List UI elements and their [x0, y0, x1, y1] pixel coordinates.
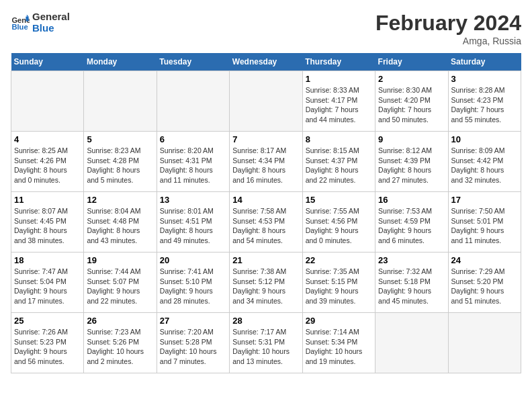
calendar-day-cell: 9Sunrise: 8:12 AM Sunset: 4:39 PM Daylig… [375, 132, 448, 192]
calendar-day-cell [157, 71, 229, 132]
day-number: 27 [160, 316, 226, 326]
weekday-header: Monday [84, 53, 157, 71]
logo: General Blue General Blue [11, 11, 70, 34]
day-number: 7 [232, 134, 299, 144]
calendar-day-cell: 22Sunrise: 7:35 AM Sunset: 5:15 PM Dayli… [302, 253, 375, 313]
day-number: 23 [378, 255, 445, 265]
day-number: 25 [14, 316, 81, 326]
day-info: Sunrise: 8:33 AM Sunset: 4:17 PM Dayligh… [306, 85, 372, 125]
day-number: 15 [306, 195, 372, 205]
day-number: 22 [306, 255, 372, 265]
day-number: 8 [306, 134, 372, 144]
day-number: 13 [160, 195, 226, 205]
weekday-header: Wednesday [230, 53, 302, 71]
day-info: Sunrise: 8:15 AM Sunset: 4:37 PM Dayligh… [306, 146, 372, 185]
day-info: Sunrise: 8:09 AM Sunset: 4:42 PM Dayligh… [451, 146, 518, 185]
day-info: Sunrise: 8:12 AM Sunset: 4:39 PM Dayligh… [378, 146, 445, 185]
calendar-week-row: 25Sunrise: 7:26 AM Sunset: 5:23 PM Dayli… [11, 313, 521, 373]
day-number: 19 [87, 255, 153, 265]
calendar-day-cell: 8Sunrise: 8:15 AM Sunset: 4:37 PM Daylig… [302, 132, 375, 192]
calendar-day-cell: 21Sunrise: 7:38 AM Sunset: 5:12 PM Dayli… [230, 253, 302, 313]
calendar-day-cell: 17Sunrise: 7:50 AM Sunset: 5:01 PM Dayli… [448, 192, 521, 253]
day-number: 29 [306, 316, 372, 326]
calendar-day-cell: 11Sunrise: 8:07 AM Sunset: 4:45 PM Dayli… [11, 192, 84, 253]
day-info: Sunrise: 7:44 AM Sunset: 5:07 PM Dayligh… [87, 267, 153, 306]
logo-icon: General Blue [11, 13, 30, 32]
weekday-header: Thursday [302, 53, 375, 71]
calendar-day-cell: 16Sunrise: 7:53 AM Sunset: 4:59 PM Dayli… [375, 192, 448, 253]
page-header: General Blue General Blue February 2024 … [11, 11, 521, 46]
day-info: Sunrise: 7:53 AM Sunset: 4:59 PM Dayligh… [378, 206, 445, 246]
day-number: 5 [87, 134, 153, 144]
day-number: 28 [232, 316, 299, 326]
calendar-day-cell: 1Sunrise: 8:33 AM Sunset: 4:17 PM Daylig… [302, 71, 375, 132]
calendar-day-cell: 2Sunrise: 8:30 AM Sunset: 4:20 PM Daylig… [375, 71, 448, 132]
day-info: Sunrise: 7:38 AM Sunset: 5:12 PM Dayligh… [232, 267, 299, 306]
day-number: 6 [160, 134, 226, 144]
day-info: Sunrise: 8:17 AM Sunset: 4:34 PM Dayligh… [232, 146, 299, 185]
calendar-day-cell: 29Sunrise: 7:14 AM Sunset: 5:34 PM Dayli… [302, 313, 375, 373]
logo-general: General [32, 11, 70, 22]
day-number: 18 [14, 255, 81, 265]
calendar-week-row: 4Sunrise: 8:25 AM Sunset: 4:26 PM Daylig… [11, 132, 521, 192]
calendar-day-cell: 10Sunrise: 8:09 AM Sunset: 4:42 PM Dayli… [448, 132, 521, 192]
day-info: Sunrise: 8:25 AM Sunset: 4:26 PM Dayligh… [14, 146, 81, 185]
weekday-header: Tuesday [157, 53, 229, 71]
weekday-header: Sunday [11, 53, 84, 71]
day-info: Sunrise: 7:14 AM Sunset: 5:34 PM Dayligh… [306, 327, 372, 367]
day-number: 24 [451, 255, 518, 265]
day-info: Sunrise: 7:29 AM Sunset: 5:20 PM Dayligh… [451, 267, 518, 306]
calendar-week-row: 18Sunrise: 7:47 AM Sunset: 5:04 PM Dayli… [11, 253, 521, 313]
day-number: 2 [378, 74, 445, 84]
calendar-day-cell: 3Sunrise: 8:28 AM Sunset: 4:23 PM Daylig… [448, 71, 521, 132]
weekday-header-row: SundayMondayTuesdayWednesdayThursdayFrid… [11, 53, 521, 71]
day-info: Sunrise: 7:55 AM Sunset: 4:56 PM Dayligh… [306, 206, 372, 246]
day-number: 10 [451, 134, 518, 144]
day-info: Sunrise: 8:04 AM Sunset: 4:48 PM Dayligh… [87, 206, 153, 246]
location-title: Amga, Russia [375, 36, 521, 46]
calendar-day-cell [230, 71, 302, 132]
day-number: 3 [451, 74, 518, 84]
calendar-day-cell [84, 71, 157, 132]
day-info: Sunrise: 7:35 AM Sunset: 5:15 PM Dayligh… [306, 267, 372, 306]
weekday-header: Friday [375, 53, 448, 71]
day-info: Sunrise: 8:07 AM Sunset: 4:45 PM Dayligh… [14, 206, 81, 246]
day-info: Sunrise: 7:32 AM Sunset: 5:18 PM Dayligh… [378, 267, 445, 306]
day-number: 4 [14, 134, 81, 144]
month-year-title: February 2024 [375, 11, 521, 36]
logo-blue: Blue [32, 22, 70, 34]
calendar-day-cell: 25Sunrise: 7:26 AM Sunset: 5:23 PM Dayli… [11, 313, 84, 373]
calendar-day-cell: 6Sunrise: 8:20 AM Sunset: 4:31 PM Daylig… [157, 132, 229, 192]
calendar-day-cell: 26Sunrise: 7:23 AM Sunset: 5:26 PM Dayli… [84, 313, 157, 373]
day-info: Sunrise: 8:01 AM Sunset: 4:51 PM Dayligh… [160, 206, 226, 246]
calendar-day-cell: 4Sunrise: 8:25 AM Sunset: 4:26 PM Daylig… [11, 132, 84, 192]
day-number: 20 [160, 255, 226, 265]
calendar-day-cell: 14Sunrise: 7:58 AM Sunset: 4:53 PM Dayli… [230, 192, 302, 253]
day-number: 1 [306, 74, 372, 84]
calendar-day-cell: 15Sunrise: 7:55 AM Sunset: 4:56 PM Dayli… [302, 192, 375, 253]
calendar-day-cell: 18Sunrise: 7:47 AM Sunset: 5:04 PM Dayli… [11, 253, 84, 313]
calendar-table: SundayMondayTuesdayWednesdayThursdayFrid… [11, 53, 521, 373]
day-info: Sunrise: 7:41 AM Sunset: 5:10 PM Dayligh… [160, 267, 226, 306]
calendar-day-cell: 24Sunrise: 7:29 AM Sunset: 5:20 PM Dayli… [448, 253, 521, 313]
calendar-day-cell: 20Sunrise: 7:41 AM Sunset: 5:10 PM Dayli… [157, 253, 229, 313]
calendar-day-cell: 13Sunrise: 8:01 AM Sunset: 4:51 PM Dayli… [157, 192, 229, 253]
svg-marker-2 [26, 17, 28, 21]
day-info: Sunrise: 7:50 AM Sunset: 5:01 PM Dayligh… [451, 206, 518, 246]
calendar-day-cell: 23Sunrise: 7:32 AM Sunset: 5:18 PM Dayli… [375, 253, 448, 313]
calendar-week-row: 1Sunrise: 8:33 AM Sunset: 4:17 PM Daylig… [11, 71, 521, 132]
calendar-day-cell: 7Sunrise: 8:17 AM Sunset: 4:34 PM Daylig… [230, 132, 302, 192]
day-number: 16 [378, 195, 445, 205]
calendar-day-cell [448, 313, 521, 373]
day-info: Sunrise: 7:20 AM Sunset: 5:28 PM Dayligh… [160, 327, 226, 367]
day-info: Sunrise: 8:30 AM Sunset: 4:20 PM Dayligh… [378, 85, 445, 125]
day-number: 11 [14, 195, 81, 205]
calendar-day-cell: 12Sunrise: 8:04 AM Sunset: 4:48 PM Dayli… [84, 192, 157, 253]
day-info: Sunrise: 8:28 AM Sunset: 4:23 PM Dayligh… [451, 85, 518, 125]
svg-text:Blue: Blue [11, 23, 28, 31]
day-number: 12 [87, 195, 153, 205]
day-info: Sunrise: 7:17 AM Sunset: 5:31 PM Dayligh… [232, 327, 299, 367]
weekday-header: Saturday [448, 53, 521, 71]
day-info: Sunrise: 7:58 AM Sunset: 4:53 PM Dayligh… [232, 206, 299, 246]
day-info: Sunrise: 7:26 AM Sunset: 5:23 PM Dayligh… [14, 327, 81, 367]
